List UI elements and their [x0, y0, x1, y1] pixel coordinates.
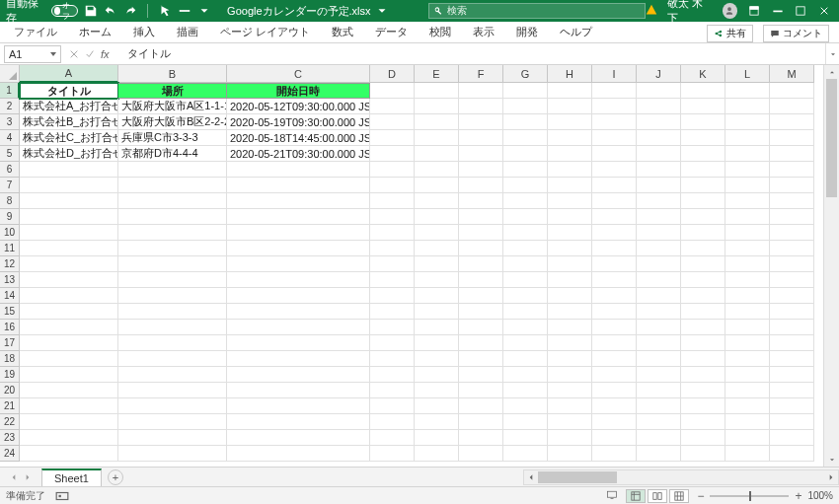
- cell[interactable]: [725, 288, 770, 304]
- cell[interactable]: [227, 288, 370, 304]
- row-header[interactable]: 12: [0, 256, 20, 272]
- cell[interactable]: [548, 193, 592, 209]
- cell[interactable]: [637, 209, 681, 225]
- cell[interactable]: 開始日時: [227, 83, 370, 99]
- cell[interactable]: [20, 304, 118, 320]
- row-header[interactable]: 2: [0, 99, 20, 114]
- cell[interactable]: [415, 430, 459, 446]
- cell[interactable]: [227, 162, 370, 178]
- cell[interactable]: [503, 367, 548, 383]
- cell[interactable]: [118, 193, 227, 209]
- row-header[interactable]: 17: [0, 335, 20, 351]
- row-header[interactable]: 8: [0, 193, 20, 209]
- tab-formulas[interactable]: 数式: [322, 22, 363, 42]
- horizontal-scrollbar[interactable]: [523, 469, 839, 485]
- cell[interactable]: [227, 178, 370, 193]
- cell[interactable]: [227, 241, 370, 256]
- row-header[interactable]: 19: [0, 367, 20, 383]
- vertical-scroll-thumb[interactable]: [826, 79, 837, 197]
- cell[interactable]: [459, 335, 503, 351]
- sheet-prev-icon[interactable]: [10, 473, 18, 481]
- cell[interactable]: [548, 351, 592, 367]
- cell[interactable]: [415, 99, 459, 114]
- cell[interactable]: [370, 304, 415, 320]
- row-header[interactable]: 1: [0, 83, 20, 99]
- cell[interactable]: [370, 256, 415, 272]
- cell[interactable]: [227, 383, 370, 398]
- cell[interactable]: [681, 114, 725, 130]
- cell[interactable]: [725, 146, 770, 162]
- scroll-right-button[interactable]: [824, 470, 838, 484]
- cell[interactable]: [459, 288, 503, 304]
- cell[interactable]: 京都府D市4-4-4: [118, 146, 227, 162]
- cell[interactable]: [681, 320, 725, 335]
- vertical-scrollbar[interactable]: [823, 65, 839, 467]
- cell[interactable]: [637, 241, 681, 256]
- cell[interactable]: [548, 162, 592, 178]
- cell[interactable]: [20, 383, 118, 398]
- cell[interactable]: [592, 430, 637, 446]
- cell[interactable]: [592, 414, 637, 430]
- cell[interactable]: [370, 351, 415, 367]
- cell[interactable]: [227, 335, 370, 351]
- undo-icon[interactable]: [104, 4, 117, 18]
- cell[interactable]: [503, 320, 548, 335]
- macro-record-icon[interactable]: [55, 489, 69, 503]
- cell[interactable]: [459, 414, 503, 430]
- cell[interactable]: [681, 241, 725, 256]
- cell[interactable]: [415, 335, 459, 351]
- cell[interactable]: [548, 209, 592, 225]
- cell[interactable]: [370, 225, 415, 241]
- zoom-slider[interactable]: [710, 495, 789, 497]
- cell[interactable]: [770, 430, 814, 446]
- cell[interactable]: [20, 430, 118, 446]
- cell[interactable]: [415, 272, 459, 288]
- cell[interactable]: [459, 83, 503, 99]
- tab-file[interactable]: ファイル: [4, 22, 67, 42]
- close-button[interactable]: [817, 4, 831, 18]
- cell[interactable]: [548, 241, 592, 256]
- cell[interactable]: [725, 241, 770, 256]
- cell[interactable]: [459, 304, 503, 320]
- cell[interactable]: [503, 130, 548, 146]
- sheet-next-icon[interactable]: [24, 473, 32, 481]
- cell[interactable]: [725, 83, 770, 99]
- cell[interactable]: [370, 209, 415, 225]
- cell[interactable]: [370, 178, 415, 193]
- cell[interactable]: [415, 256, 459, 272]
- row-header[interactable]: 16: [0, 320, 20, 335]
- maximize-button[interactable]: [795, 4, 808, 18]
- cell[interactable]: [725, 162, 770, 178]
- cell[interactable]: [592, 446, 637, 462]
- column-header[interactable]: E: [415, 65, 459, 83]
- cell[interactable]: [770, 162, 814, 178]
- cell[interactable]: [503, 162, 548, 178]
- cell[interactable]: [725, 209, 770, 225]
- tab-page-layout[interactable]: ページ レイアウト: [210, 22, 320, 42]
- cell[interactable]: [415, 351, 459, 367]
- cell[interactable]: [370, 130, 415, 146]
- scroll-down-button[interactable]: [824, 453, 839, 467]
- column-header[interactable]: K: [681, 65, 725, 83]
- cell[interactable]: [637, 83, 681, 99]
- tab-help[interactable]: ヘルプ: [550, 22, 602, 42]
- cell[interactable]: [370, 288, 415, 304]
- cell[interactable]: [503, 256, 548, 272]
- cell[interactable]: [503, 146, 548, 162]
- cell[interactable]: [118, 256, 227, 272]
- row-header[interactable]: 10: [0, 225, 20, 241]
- cell[interactable]: [637, 146, 681, 162]
- cell[interactable]: [548, 225, 592, 241]
- cell[interactable]: [227, 304, 370, 320]
- cell[interactable]: [725, 398, 770, 414]
- cell[interactable]: [592, 162, 637, 178]
- cell[interactable]: [637, 335, 681, 351]
- column-header[interactable]: B: [118, 65, 227, 83]
- cell[interactable]: [637, 225, 681, 241]
- cell[interactable]: [681, 430, 725, 446]
- doc-dropdown-icon[interactable]: [375, 4, 389, 18]
- cell[interactable]: [592, 320, 637, 335]
- cell[interactable]: [415, 178, 459, 193]
- cell[interactable]: [118, 446, 227, 462]
- cell[interactable]: [20, 178, 118, 193]
